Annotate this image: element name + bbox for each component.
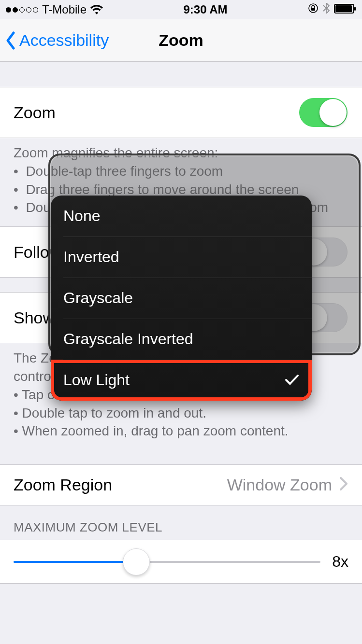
battery-icon [334, 3, 356, 16]
nav-bar: Accessibility Zoom [0, 19, 362, 62]
filter-option-label: Inverted [63, 248, 119, 266]
zoom-toggle[interactable] [299, 98, 348, 127]
carrier-label: T-Mobile [42, 3, 87, 16]
chevron-right-icon [340, 476, 348, 494]
filter-option-grayscale-inverted[interactable]: Grayscale Inverted [51, 319, 312, 360]
checkmark-icon [285, 371, 299, 389]
zoom-label: Zoom [14, 103, 56, 122]
max-zoom-value: 8x [332, 553, 348, 571]
filter-option-label: Grayscale Inverted [63, 330, 193, 348]
back-button[interactable]: Accessibility [5, 31, 109, 50]
max-zoom-slider[interactable] [14, 561, 320, 563]
max-zoom-header: MAXIMUM ZOOM LEVEL [0, 505, 362, 540]
wifi-icon [90, 5, 103, 14]
svg-rect-4 [354, 7, 356, 11]
status-bar: T-Mobile 9:30 AM [0, 0, 362, 19]
zoom-toggle-cell: Zoom [0, 87, 362, 138]
signal-strength-icon [6, 7, 38, 13]
status-right [308, 3, 356, 16]
filter-option-label: Low Light [63, 371, 130, 389]
filter-option-label: None [63, 207, 101, 225]
status-time: 9:30 AM [183, 3, 227, 16]
svg-rect-3 [335, 5, 352, 12]
svg-rect-1 [311, 8, 315, 11]
zoom-region-cell[interactable]: Zoom Region Window Zoom [0, 464, 362, 505]
filter-option-label: Grayscale [63, 289, 133, 307]
controller-help-l4: • When zoomed in, drag to pan zoom conte… [14, 422, 348, 440]
zoom-region-label: Zoom Region [14, 476, 112, 494]
controller-help-l3: • Double tap to zoom in and out. [14, 404, 348, 422]
status-left: T-Mobile [6, 3, 103, 16]
zoom-region-value: Window Zoom [227, 476, 332, 494]
filter-option-low-light[interactable]: Low Light [51, 360, 312, 401]
max-zoom-slider-row: 8x [0, 540, 362, 584]
filter-option-inverted[interactable]: Inverted [51, 237, 312, 278]
chevron-left-icon [5, 31, 16, 50]
filter-option-none[interactable]: None [51, 196, 312, 237]
orientation-lock-icon [308, 3, 319, 16]
bluetooth-icon [322, 3, 330, 16]
filter-option-grayscale[interactable]: Grayscale [51, 278, 312, 319]
zoom-filter-popup: None Inverted Grayscale Grayscale Invert… [51, 196, 312, 401]
back-label: Accessibility [19, 31, 109, 50]
page-title: Zoom [159, 31, 203, 50]
